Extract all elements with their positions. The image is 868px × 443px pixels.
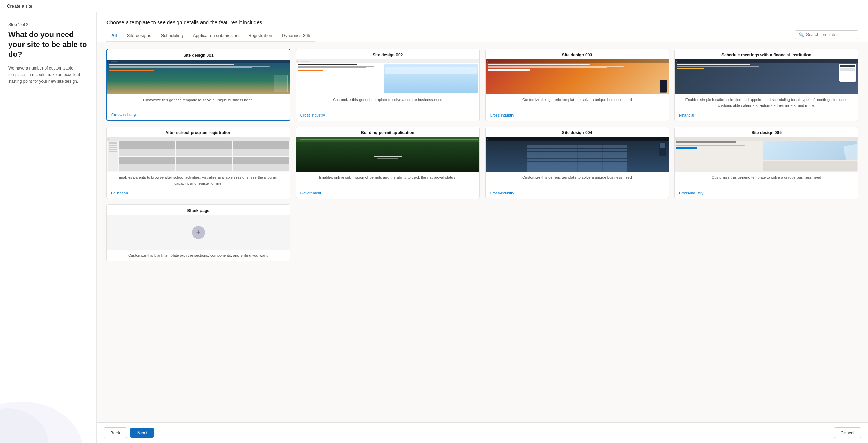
tab-registration[interactable]: Registration <box>243 30 277 41</box>
top-bar: Create a site <box>0 0 868 12</box>
page-title: Create a site <box>7 3 32 9</box>
template-desc-blank-page: Customize this blank template with the s… <box>107 250 290 261</box>
tab-application-submission[interactable]: Application submission <box>188 30 243 41</box>
template-preview-after-school <box>107 137 290 172</box>
back-button[interactable]: Back <box>104 427 127 438</box>
template-preview-site-design-002 <box>296 59 479 94</box>
decorative-wave <box>0 374 96 443</box>
search-input[interactable] <box>806 32 855 37</box>
search-input-wrapper[interactable]: 🔍 <box>795 30 858 39</box>
sidebar: Step 1 of 2 What do you need your site t… <box>0 12 97 443</box>
template-card-site-design-005[interactable]: Site design 005 Customize this g <box>674 127 858 199</box>
tab-scheduling[interactable]: Scheduling <box>156 30 188 41</box>
template-title-schedule-meetings: Schedule meetings with a financial insti… <box>675 49 858 59</box>
template-preview-schedule-meetings <box>675 59 858 94</box>
footer-bar: Back Next Cancel <box>97 422 868 443</box>
template-title-site-design-005: Site design 005 <box>675 127 858 137</box>
template-title-site-design-004: Site design 004 <box>486 127 669 137</box>
template-desc-site-design-004: Customize this generic template to solve… <box>486 172 669 189</box>
template-preview-site-design-001 <box>107 60 290 94</box>
template-title-after-school: After school program registration <box>107 127 290 137</box>
template-title-building-permit: Building permit application <box>296 127 479 137</box>
template-tabs: AllSite designsSchedulingApplication sub… <box>106 30 315 42</box>
template-card-building-permit[interactable]: Building permit application Enables onli… <box>296 127 480 199</box>
template-preview-site-design-004 <box>486 137 669 172</box>
template-card-blank-page[interactable]: Blank page + Customize this blank templa… <box>106 204 290 261</box>
content-area: Choose a template to see design details … <box>97 12 868 443</box>
template-tag-after-school: Education <box>107 189 290 199</box>
template-card-site-design-001[interactable]: Site design 001 Customize this generic t… <box>106 49 290 121</box>
template-card-site-design-002[interactable]: Site design 002 Cust <box>296 49 480 121</box>
template-desc-after-school: Enables parents to browse after school a… <box>107 172 290 189</box>
template-title-site-design-002: Site design 002 <box>296 49 479 59</box>
template-tag-site-design-004: Cross-industry <box>486 189 669 199</box>
cancel-button[interactable]: Cancel <box>834 427 861 438</box>
content-heading: Choose a template to see design details … <box>106 19 858 25</box>
template-tag-site-design-003: Cross-industry <box>486 111 669 121</box>
sidebar-title: What do you need your site to be able to… <box>8 30 88 59</box>
footer-left-actions: Back Next <box>104 427 154 438</box>
template-tag-site-design-002: Cross-industry <box>296 111 479 121</box>
template-preview-site-design-003 <box>486 59 669 94</box>
template-tag-site-design-005: Cross-industry <box>675 189 858 199</box>
tab-all[interactable]: All <box>106 30 122 41</box>
sidebar-description: We have a number of customizable templat… <box>8 65 88 85</box>
template-title-site-design-001: Site design 001 <box>107 49 290 60</box>
template-preview-building-permit <box>296 137 479 172</box>
template-desc-schedule-meetings: Enables simple location selection and ap… <box>675 94 858 111</box>
search-icon: 🔍 <box>799 32 804 37</box>
template-card-site-design-004[interactable]: Site design 004 Customize this generic t… <box>485 127 669 199</box>
template-desc-site-design-005: Customize this generic template to solve… <box>675 172 858 189</box>
template-tag-site-design-001: Cross-industry <box>107 111 290 120</box>
template-grid: Site design 001 Customize this generic t… <box>97 42 868 422</box>
template-title-site-design-003: Site design 003 <box>486 49 669 59</box>
template-preview-site-design-005 <box>675 137 858 172</box>
template-desc-site-design-001: Customize this generic template to solve… <box>107 94 290 111</box>
template-title-blank-page: Blank page <box>107 205 290 215</box>
template-desc-building-permit: Enables online submission of permits and… <box>296 172 479 189</box>
template-card-site-design-003[interactable]: Site design 003 Customize this generic t… <box>485 49 669 121</box>
search-area: 🔍 <box>795 30 858 42</box>
template-card-after-school[interactable]: After school program registration Enable… <box>106 127 290 199</box>
template-desc-site-design-002: Customize this generic template to solve… <box>296 94 479 111</box>
tab-site-designs[interactable]: Site designs <box>122 30 156 41</box>
template-card-schedule-meetings[interactable]: Schedule meetings with a financial insti… <box>674 49 858 121</box>
next-button[interactable]: Next <box>130 428 154 438</box>
template-tag-building-permit: Government <box>296 189 479 199</box>
template-tag-schedule-meetings: Financial <box>675 111 858 121</box>
tab-dynamics365[interactable]: Dynamics 365 <box>277 30 315 41</box>
template-desc-site-design-003: Customize this generic template to solve… <box>486 94 669 111</box>
step-indicator: Step 1 of 2 <box>8 22 88 27</box>
template-preview-blank-page: + <box>107 215 290 250</box>
